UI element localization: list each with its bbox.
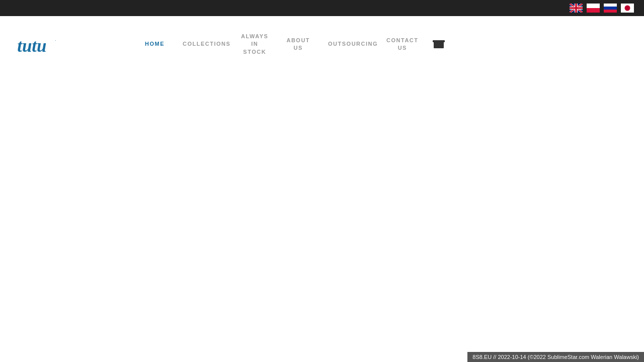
svg-rect-10 <box>434 41 444 48</box>
svg-text:tutu: tutu <box>17 36 46 56</box>
svg-rect-4 <box>604 7 617 10</box>
cart-button[interactable] <box>428 16 450 72</box>
footer-text: 8S8.EU // 2022-10-14 (©2022 SublimeStar.… <box>472 354 639 360</box>
svg-rect-11 <box>433 40 445 42</box>
flag-polish[interactable] <box>587 4 600 13</box>
nav-item-collections[interactable]: COLLECTIONS <box>174 16 232 72</box>
flag-russian[interactable] <box>604 4 617 13</box>
logo[interactable]: tutu · <box>15 32 65 57</box>
nav-item-home[interactable]: HOME <box>136 16 174 72</box>
nav-item-about-us[interactable]: ABOUT US <box>277 16 319 72</box>
nav-item-always-in-stock[interactable]: ALWAYS IN STOCK <box>232 16 277 72</box>
main-nav: HOME COLLECTIONS ALWAYS IN STOCK ABOUT U… <box>86 16 629 72</box>
svg-rect-5 <box>604 10 617 13</box>
cart-icon <box>433 39 445 49</box>
nav-item-outsourcing[interactable]: OUTSOURCING <box>319 16 377 72</box>
flag-japanese[interactable] <box>621 4 634 13</box>
nav-item-contact-us[interactable]: CONTACT US <box>377 16 427 72</box>
main-content <box>0 72 644 349</box>
svg-rect-3 <box>604 4 617 7</box>
svg-rect-1 <box>587 4 600 8</box>
svg-point-7 <box>625 6 630 11</box>
svg-rect-2 <box>587 8 600 13</box>
svg-text:·: · <box>55 38 56 43</box>
top-bar <box>0 0 644 16</box>
nav-bar: tutu · HOME COLLECTIONS ALWAYS IN STOCK … <box>0 16 644 72</box>
flag-english[interactable] <box>570 4 583 13</box>
footer-bar: 8S8.EU // 2022-10-14 (©2022 SublimeStar.… <box>467 352 644 362</box>
